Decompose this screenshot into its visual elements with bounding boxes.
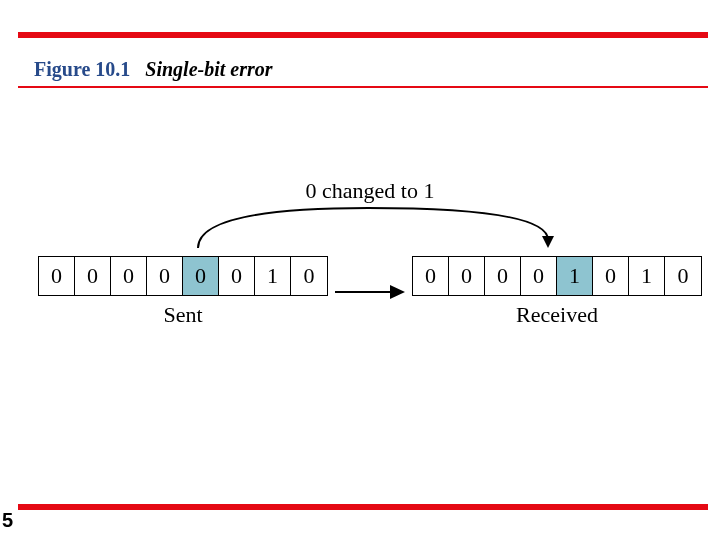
sent-bit-3: 0 bbox=[147, 257, 183, 295]
sent-label: Sent bbox=[163, 302, 202, 328]
page-number: 5 bbox=[2, 509, 13, 532]
figure-label: Figure 10.1 bbox=[34, 58, 130, 80]
svg-marker-2 bbox=[390, 285, 405, 299]
sent-bit-1: 0 bbox=[75, 257, 111, 295]
figure-caption: Single-bit error bbox=[145, 58, 272, 80]
sent-bit-5: 0 bbox=[219, 257, 255, 295]
change-annotation: 0 changed to 1 bbox=[38, 178, 702, 204]
transfer-arrow-icon bbox=[330, 273, 410, 311]
received-label: Received bbox=[516, 302, 598, 328]
svg-marker-0 bbox=[542, 236, 554, 248]
sent-bit-7: 0 bbox=[291, 257, 327, 295]
sent-column: 00000010 Sent bbox=[38, 256, 328, 328]
sent-bit-6: 1 bbox=[255, 257, 291, 295]
received-column: 00001010 Received bbox=[412, 256, 702, 328]
title-underline bbox=[18, 86, 708, 88]
received-bit-3: 0 bbox=[521, 257, 557, 295]
byte-row: 00000010 Sent 00001010 Received bbox=[38, 256, 702, 328]
received-bit-5: 0 bbox=[593, 257, 629, 295]
diagram: 0 changed to 1 00000010 Sent 00001010 Re… bbox=[38, 208, 702, 328]
sent-byte: 00000010 bbox=[38, 256, 328, 296]
received-bit-7: 0 bbox=[665, 257, 701, 295]
sent-bit-2: 0 bbox=[111, 257, 147, 295]
figure-title: Figure 10.1 Single-bit error bbox=[34, 58, 273, 81]
top-rule bbox=[18, 32, 708, 38]
received-bit-1: 0 bbox=[449, 257, 485, 295]
received-bit-6: 1 bbox=[629, 257, 665, 295]
sent-bit-0: 0 bbox=[39, 257, 75, 295]
received-bit-2: 0 bbox=[485, 257, 521, 295]
received-bit-4: 1 bbox=[557, 257, 593, 295]
sent-bit-4: 0 bbox=[183, 257, 219, 295]
received-byte: 00001010 bbox=[412, 256, 702, 296]
curve-arrow bbox=[38, 198, 698, 258]
received-bit-0: 0 bbox=[413, 257, 449, 295]
bottom-rule bbox=[18, 504, 708, 510]
